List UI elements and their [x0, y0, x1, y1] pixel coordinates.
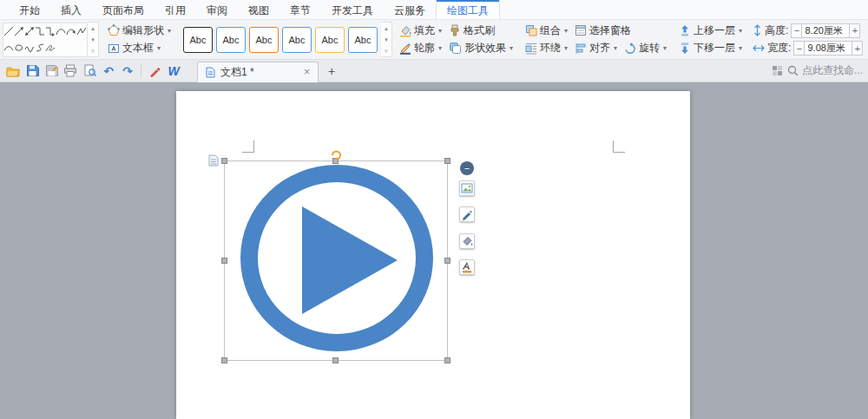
floating-format-panel: − [459, 161, 477, 175]
shape-elbow-arrow-icon[interactable] [45, 23, 56, 40]
tab-view[interactable]: 视图 [238, 0, 279, 19]
gallery-down-icon[interactable]: ▾ [88, 34, 98, 45]
style-preset[interactable]: Abc [315, 27, 345, 53]
save-button[interactable] [23, 62, 41, 80]
undo-button[interactable]: ↶ [100, 62, 117, 80]
tab-home[interactable]: 开始 [9, 0, 50, 19]
resize-handle-top-left[interactable] [221, 158, 227, 164]
shape-freeform-icon[interactable] [76, 23, 87, 40]
margin-mark-top-left [242, 141, 254, 153]
tab-drawing-tools[interactable]: 绘图工具 [436, 0, 500, 19]
resize-handle-top-right[interactable] [444, 158, 450, 164]
resize-handle-bottom-middle[interactable] [332, 357, 339, 363]
height-increase-button[interactable]: + [849, 23, 860, 38]
shape-curved-connector-icon[interactable] [56, 23, 66, 40]
gallery-more-icon[interactable]: ▿ [88, 45, 98, 56]
dropdown-arrow-icon: ▾ [438, 44, 442, 52]
shape-effects-icon [449, 42, 462, 55]
bring-forward-button[interactable]: 上移一层 ▾ [675, 22, 746, 39]
document-tab[interactable]: 文档1 * × [197, 62, 319, 82]
ribbon: ▴ ▾ ▿ 编辑形状 ▾ 文本框 ▾ Abc Abc Abc Abc Abc A… [0, 20, 868, 60]
tab-page-layout[interactable]: 页面布局 [92, 0, 155, 19]
shape-double-arrow-icon[interactable] [24, 23, 35, 40]
quick-fill-button[interactable] [459, 233, 475, 249]
print-preview-button[interactable] [81, 62, 98, 80]
style-preset[interactable]: Abc [348, 27, 378, 53]
print-button[interactable] [62, 62, 79, 80]
selection-pane-icon [575, 24, 587, 36]
shape-line-icon[interactable] [3, 23, 14, 40]
style-preset[interactable]: Abc [183, 27, 213, 53]
format-painter-button[interactable]: 格式刷 [445, 22, 516, 39]
shape-effects-button[interactable]: 形状效果 ▾ [445, 40, 516, 57]
undo-icon: ↶ [103, 64, 114, 78]
shape-loop-curve-icon[interactable] [45, 40, 56, 56]
export-button[interactable] [43, 62, 60, 80]
tab-review[interactable]: 审阅 [196, 0, 238, 19]
quick-outline-button[interactable] [459, 206, 475, 222]
rotate-handle[interactable] [329, 147, 343, 161]
style-preset[interactable]: Abc [249, 27, 279, 53]
print-preview-icon [83, 64, 96, 77]
shape-outline-button[interactable]: 轮廓 ▾ [396, 40, 445, 57]
tab-cloud-services[interactable]: 云服务 [384, 0, 436, 19]
style-preset[interactable]: Abc [282, 27, 312, 53]
picture-layout-icon [460, 181, 474, 195]
send-backward-button[interactable]: 下移一层 ▾ [675, 40, 746, 57]
group-button[interactable]: 组合 ▾ [522, 22, 571, 39]
gallery-up-icon[interactable]: ▴ [381, 23, 391, 34]
shape-elbow-connector-icon[interactable] [35, 23, 45, 40]
close-tab-icon[interactable]: × [304, 66, 310, 78]
shape-scribble-icon[interactable] [24, 40, 35, 56]
shape-fill-button[interactable]: 填充 ▾ [396, 22, 445, 39]
tab-developer-tools[interactable]: 开发工具 [321, 0, 384, 19]
edit-shape-button[interactable]: 编辑形状 ▾ [104, 22, 174, 39]
margin-mark-top-right [613, 141, 625, 153]
send-backward-icon [679, 42, 691, 55]
style-preset[interactable]: Abc [216, 27, 246, 53]
wps-writer-button[interactable]: W [165, 62, 182, 80]
selection-pane-button[interactable]: 选择窗格 [571, 22, 635, 39]
tab-section[interactable]: 章节 [279, 0, 321, 19]
width-increase-button[interactable]: + [852, 41, 863, 56]
resize-handle-middle-right[interactable] [444, 258, 450, 264]
shape-arrow-icon[interactable] [14, 23, 24, 40]
shape-height-control: 高度: − 8.20厘米 + [751, 22, 865, 39]
shape-closed-freeform-icon[interactable] [14, 40, 24, 56]
width-decrease-button[interactable]: − [793, 41, 805, 56]
dropdown-arrow-icon: ▾ [564, 44, 568, 52]
tab-insert[interactable]: 插入 [50, 0, 92, 19]
gallery-scrollbar: ▴ ▾ ▿ [88, 22, 99, 57]
command-search-box[interactable]: 点此查找命... [787, 63, 865, 78]
text-box-button[interactable]: 文本框 ▾ [104, 40, 174, 57]
height-decrease-button[interactable]: − [791, 23, 802, 38]
tab-references[interactable]: 引用 [155, 0, 196, 19]
red-pen-button[interactable] [146, 62, 163, 80]
fill-bucket-icon [460, 234, 474, 248]
new-tab-button[interactable]: + [322, 62, 341, 81]
window-switch-button[interactable] [769, 62, 786, 80]
shape-arc-icon[interactable] [3, 40, 14, 56]
text-wrap-button[interactable]: 环绕 ▾ [522, 40, 571, 57]
width-value-input[interactable]: 9.08厘米 [805, 41, 852, 56]
quick-style-button[interactable] [459, 259, 475, 275]
redo-button[interactable]: ↷ [119, 62, 136, 80]
dropdown-arrow-icon: ▾ [438, 27, 442, 35]
height-value-input[interactable]: 8.20厘米 [802, 23, 849, 38]
gallery-up-icon[interactable]: ▴ [88, 23, 98, 34]
shape-s-curve-icon[interactable] [35, 40, 45, 56]
ribbon-tab-bar: 开始 插入 页面布局 引用 审阅 视图 章节 开发工具 云服务 绘图工具 [0, 0, 868, 20]
gallery-more-icon[interactable]: ▿ [381, 45, 391, 56]
resize-handle-middle-left[interactable] [221, 258, 227, 264]
open-file-button[interactable] [4, 62, 22, 80]
collapse-panel-button[interactable]: − [460, 161, 474, 175]
resize-handle-bottom-right[interactable] [444, 357, 450, 363]
align-button[interactable]: 对齐 ▾ [571, 40, 621, 57]
resize-handle-bottom-left[interactable] [221, 357, 227, 363]
rotate-button[interactable]: 旋转 ▾ [621, 40, 670, 57]
gallery-down-icon[interactable]: ▾ [381, 34, 391, 45]
wps-writer-logo: W [168, 64, 179, 78]
layout-options-button[interactable] [459, 180, 475, 196]
selection-box [224, 160, 448, 361]
shape-curved-arrow-icon[interactable] [66, 23, 76, 40]
